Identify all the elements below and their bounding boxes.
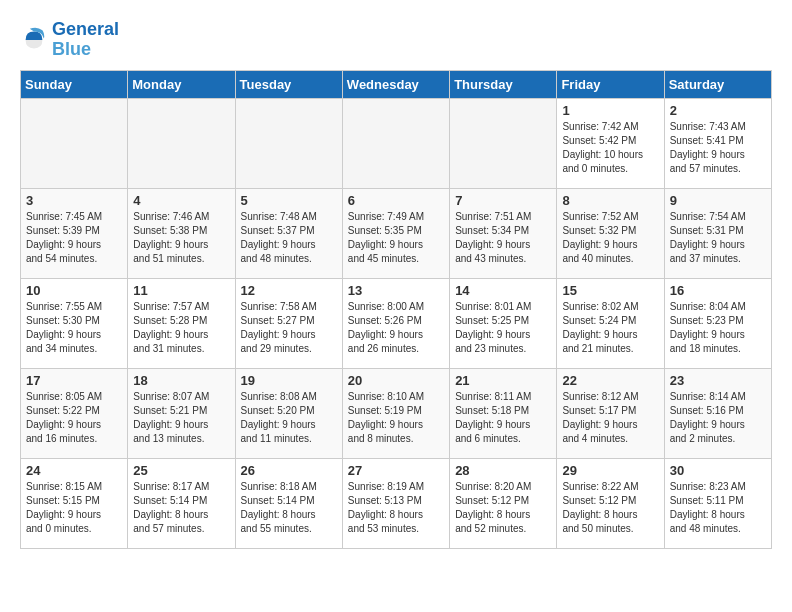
calendar-cell: 4Sunrise: 7:46 AM Sunset: 5:38 PM Daylig… <box>128 188 235 278</box>
calendar-header-row: SundayMondayTuesdayWednesdayThursdayFrid… <box>21 70 772 98</box>
cell-info: Sunrise: 8:14 AM Sunset: 5:16 PM Dayligh… <box>670 390 766 446</box>
cell-info: Sunrise: 7:51 AM Sunset: 5:34 PM Dayligh… <box>455 210 551 266</box>
day-number: 13 <box>348 283 444 298</box>
day-number: 28 <box>455 463 551 478</box>
weekday-header-friday: Friday <box>557 70 664 98</box>
page-header: GeneralBlue <box>20 20 772 60</box>
logo-text: GeneralBlue <box>52 20 119 60</box>
day-number: 18 <box>133 373 229 388</box>
calendar-cell: 21Sunrise: 8:11 AM Sunset: 5:18 PM Dayli… <box>450 368 557 458</box>
weekday-header-thursday: Thursday <box>450 70 557 98</box>
calendar-cell <box>21 98 128 188</box>
cell-info: Sunrise: 8:04 AM Sunset: 5:23 PM Dayligh… <box>670 300 766 356</box>
calendar-cell <box>450 98 557 188</box>
calendar-cell: 12Sunrise: 7:58 AM Sunset: 5:27 PM Dayli… <box>235 278 342 368</box>
calendar-week-1: 1Sunrise: 7:42 AM Sunset: 5:42 PM Daylig… <box>21 98 772 188</box>
cell-info: Sunrise: 8:08 AM Sunset: 5:20 PM Dayligh… <box>241 390 337 446</box>
calendar-cell: 26Sunrise: 8:18 AM Sunset: 5:14 PM Dayli… <box>235 458 342 548</box>
weekday-header-saturday: Saturday <box>664 70 771 98</box>
calendar-cell: 22Sunrise: 8:12 AM Sunset: 5:17 PM Dayli… <box>557 368 664 458</box>
calendar-table: SundayMondayTuesdayWednesdayThursdayFrid… <box>20 70 772 549</box>
day-number: 30 <box>670 463 766 478</box>
cell-info: Sunrise: 8:17 AM Sunset: 5:14 PM Dayligh… <box>133 480 229 536</box>
calendar-cell: 30Sunrise: 8:23 AM Sunset: 5:11 PM Dayli… <box>664 458 771 548</box>
day-number: 23 <box>670 373 766 388</box>
calendar-cell: 11Sunrise: 7:57 AM Sunset: 5:28 PM Dayli… <box>128 278 235 368</box>
cell-info: Sunrise: 7:58 AM Sunset: 5:27 PM Dayligh… <box>241 300 337 356</box>
cell-info: Sunrise: 7:43 AM Sunset: 5:41 PM Dayligh… <box>670 120 766 176</box>
cell-info: Sunrise: 8:10 AM Sunset: 5:19 PM Dayligh… <box>348 390 444 446</box>
cell-info: Sunrise: 8:12 AM Sunset: 5:17 PM Dayligh… <box>562 390 658 446</box>
calendar-cell: 17Sunrise: 8:05 AM Sunset: 5:22 PM Dayli… <box>21 368 128 458</box>
calendar-cell: 1Sunrise: 7:42 AM Sunset: 5:42 PM Daylig… <box>557 98 664 188</box>
day-number: 22 <box>562 373 658 388</box>
calendar-cell: 16Sunrise: 8:04 AM Sunset: 5:23 PM Dayli… <box>664 278 771 368</box>
cell-info: Sunrise: 8:19 AM Sunset: 5:13 PM Dayligh… <box>348 480 444 536</box>
weekday-header-monday: Monday <box>128 70 235 98</box>
calendar-cell: 15Sunrise: 8:02 AM Sunset: 5:24 PM Dayli… <box>557 278 664 368</box>
calendar-week-4: 17Sunrise: 8:05 AM Sunset: 5:22 PM Dayli… <box>21 368 772 458</box>
cell-info: Sunrise: 8:07 AM Sunset: 5:21 PM Dayligh… <box>133 390 229 446</box>
logo: GeneralBlue <box>20 20 119 60</box>
day-number: 10 <box>26 283 122 298</box>
calendar-cell: 19Sunrise: 8:08 AM Sunset: 5:20 PM Dayli… <box>235 368 342 458</box>
cell-info: Sunrise: 7:45 AM Sunset: 5:39 PM Dayligh… <box>26 210 122 266</box>
cell-info: Sunrise: 7:48 AM Sunset: 5:37 PM Dayligh… <box>241 210 337 266</box>
calendar-cell: 27Sunrise: 8:19 AM Sunset: 5:13 PM Dayli… <box>342 458 449 548</box>
calendar-cell: 29Sunrise: 8:22 AM Sunset: 5:12 PM Dayli… <box>557 458 664 548</box>
cell-info: Sunrise: 8:00 AM Sunset: 5:26 PM Dayligh… <box>348 300 444 356</box>
cell-info: Sunrise: 8:15 AM Sunset: 5:15 PM Dayligh… <box>26 480 122 536</box>
cell-info: Sunrise: 8:20 AM Sunset: 5:12 PM Dayligh… <box>455 480 551 536</box>
calendar-cell: 14Sunrise: 8:01 AM Sunset: 5:25 PM Dayli… <box>450 278 557 368</box>
day-number: 16 <box>670 283 766 298</box>
day-number: 27 <box>348 463 444 478</box>
cell-info: Sunrise: 7:46 AM Sunset: 5:38 PM Dayligh… <box>133 210 229 266</box>
day-number: 11 <box>133 283 229 298</box>
cell-info: Sunrise: 7:54 AM Sunset: 5:31 PM Dayligh… <box>670 210 766 266</box>
day-number: 2 <box>670 103 766 118</box>
calendar-cell: 25Sunrise: 8:17 AM Sunset: 5:14 PM Dayli… <box>128 458 235 548</box>
calendar-cell: 8Sunrise: 7:52 AM Sunset: 5:32 PM Daylig… <box>557 188 664 278</box>
calendar-week-5: 24Sunrise: 8:15 AM Sunset: 5:15 PM Dayli… <box>21 458 772 548</box>
day-number: 24 <box>26 463 122 478</box>
cell-info: Sunrise: 8:22 AM Sunset: 5:12 PM Dayligh… <box>562 480 658 536</box>
day-number: 12 <box>241 283 337 298</box>
calendar-cell <box>342 98 449 188</box>
day-number: 21 <box>455 373 551 388</box>
calendar-cell: 3Sunrise: 7:45 AM Sunset: 5:39 PM Daylig… <box>21 188 128 278</box>
day-number: 29 <box>562 463 658 478</box>
day-number: 8 <box>562 193 658 208</box>
cell-info: Sunrise: 8:02 AM Sunset: 5:24 PM Dayligh… <box>562 300 658 356</box>
calendar-cell <box>128 98 235 188</box>
weekday-header-wednesday: Wednesday <box>342 70 449 98</box>
calendar-cell: 28Sunrise: 8:20 AM Sunset: 5:12 PM Dayli… <box>450 458 557 548</box>
calendar-cell: 10Sunrise: 7:55 AM Sunset: 5:30 PM Dayli… <box>21 278 128 368</box>
calendar-cell <box>235 98 342 188</box>
day-number: 3 <box>26 193 122 208</box>
calendar-cell: 18Sunrise: 8:07 AM Sunset: 5:21 PM Dayli… <box>128 368 235 458</box>
day-number: 20 <box>348 373 444 388</box>
cell-info: Sunrise: 8:23 AM Sunset: 5:11 PM Dayligh… <box>670 480 766 536</box>
calendar-cell: 23Sunrise: 8:14 AM Sunset: 5:16 PM Dayli… <box>664 368 771 458</box>
cell-info: Sunrise: 7:57 AM Sunset: 5:28 PM Dayligh… <box>133 300 229 356</box>
calendar-body: 1Sunrise: 7:42 AM Sunset: 5:42 PM Daylig… <box>21 98 772 548</box>
calendar-week-3: 10Sunrise: 7:55 AM Sunset: 5:30 PM Dayli… <box>21 278 772 368</box>
calendar-cell: 9Sunrise: 7:54 AM Sunset: 5:31 PM Daylig… <box>664 188 771 278</box>
weekday-header-sunday: Sunday <box>21 70 128 98</box>
calendar-cell: 2Sunrise: 7:43 AM Sunset: 5:41 PM Daylig… <box>664 98 771 188</box>
cell-info: Sunrise: 8:18 AM Sunset: 5:14 PM Dayligh… <box>241 480 337 536</box>
calendar-cell: 20Sunrise: 8:10 AM Sunset: 5:19 PM Dayli… <box>342 368 449 458</box>
day-number: 6 <box>348 193 444 208</box>
day-number: 26 <box>241 463 337 478</box>
logo-icon <box>20 26 48 54</box>
cell-info: Sunrise: 7:42 AM Sunset: 5:42 PM Dayligh… <box>562 120 658 176</box>
day-number: 15 <box>562 283 658 298</box>
day-number: 14 <box>455 283 551 298</box>
day-number: 7 <box>455 193 551 208</box>
day-number: 25 <box>133 463 229 478</box>
calendar-cell: 6Sunrise: 7:49 AM Sunset: 5:35 PM Daylig… <box>342 188 449 278</box>
calendar-week-2: 3Sunrise: 7:45 AM Sunset: 5:39 PM Daylig… <box>21 188 772 278</box>
day-number: 4 <box>133 193 229 208</box>
day-number: 19 <box>241 373 337 388</box>
cell-info: Sunrise: 8:05 AM Sunset: 5:22 PM Dayligh… <box>26 390 122 446</box>
